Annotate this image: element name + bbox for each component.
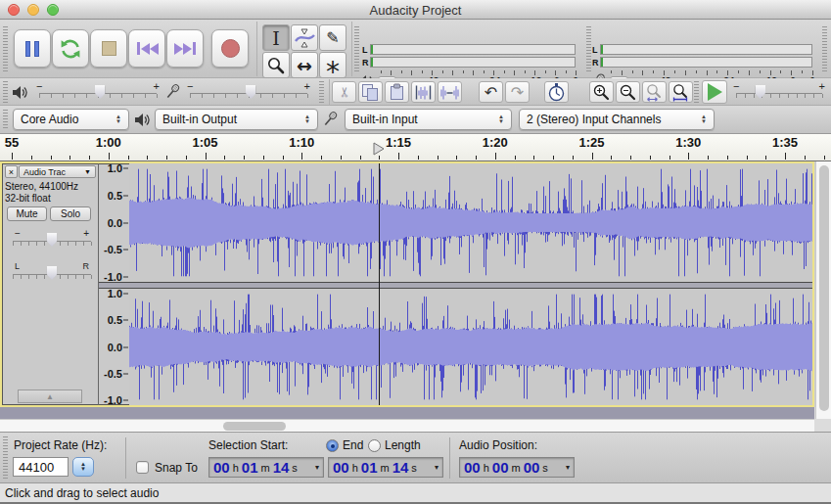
- length-radio-label[interactable]: Length: [385, 438, 421, 452]
- fit-selection-button[interactable]: [642, 81, 667, 103]
- slider-tick: [805, 94, 806, 98]
- horizontal-scrollbar-thumb[interactable]: [223, 422, 286, 431]
- zoom-in-button[interactable]: [589, 81, 614, 103]
- ruler-tick: [147, 156, 148, 160]
- silence-audio-button[interactable]: [438, 81, 462, 103]
- envelope-tool-button[interactable]: [291, 24, 318, 51]
- input-channels-select[interactable]: 2 (Stereo) Input Channels ▲▼: [519, 109, 715, 130]
- meter-tick: [674, 70, 675, 73]
- slider-tick: [91, 242, 92, 246]
- record-button[interactable]: [211, 29, 249, 68]
- device-toolbar-grip[interactable]: [3, 110, 8, 130]
- project-rate-stepper[interactable]: ▲ ▼: [72, 457, 94, 477]
- input-device-select[interactable]: Built-in Input ▲▼: [345, 109, 512, 130]
- zoom-out-button[interactable]: [616, 81, 640, 103]
- vertical-scrollbar-thumb[interactable]: [819, 165, 829, 411]
- slider-tick: [28, 275, 29, 279]
- plus-icon: +: [83, 228, 89, 239]
- amplitude-tick: [123, 373, 128, 374]
- silence-selection-icon: [439, 83, 460, 102]
- end-radio[interactable]: [326, 439, 339, 452]
- trim-audio-button[interactable]: [411, 81, 436, 103]
- window-title: Audacity Project: [0, 3, 831, 18]
- fit-project-button[interactable]: [669, 81, 693, 103]
- selection-start-field[interactable]: 00h 01m 14s ▾: [208, 457, 324, 478]
- pause-button[interactable]: [14, 29, 51, 68]
- slider-tick: [60, 275, 61, 279]
- toolbar-row-2: − + − + ✂: [0, 78, 831, 106]
- slider-tick: [74, 94, 75, 98]
- undo-button[interactable]: ↶: [479, 81, 503, 103]
- paste-button[interactable]: [385, 81, 409, 103]
- timeline-ruler[interactable]: 551:001:051:101:151:201:251:301:35: [0, 134, 831, 161]
- mixer-toolbar-grip[interactable]: [3, 81, 8, 103]
- ruler-tick: [611, 156, 612, 160]
- snap-to-label: Snap To: [155, 461, 198, 475]
- amplitude-ruler-right-channel[interactable]: 1.00.50.0-0.5-1.0: [99, 289, 129, 405]
- ruler-tick: [398, 153, 399, 160]
- ruler-tick: [456, 156, 457, 160]
- time-shift-tool-button[interactable]: ↔: [291, 52, 318, 78]
- play-at-speed-button[interactable]: [702, 80, 727, 104]
- slider-tick: [121, 94, 122, 98]
- vertical-scrollbar[interactable]: [815, 161, 831, 419]
- mute-button[interactable]: Mute: [7, 206, 47, 221]
- redo-button[interactable]: ↷: [505, 81, 530, 103]
- zoom-tool-button[interactable]: [262, 52, 290, 78]
- selection-end-field[interactable]: 00h 01m 14s ▾: [328, 457, 443, 478]
- field-dropdown-icon[interactable]: ▾: [566, 463, 570, 472]
- ruler-tick: [573, 156, 574, 160]
- collapse-track-button[interactable]: ▲: [18, 389, 82, 403]
- amplitude-tick: [123, 168, 128, 169]
- cut-button[interactable]: ✂: [332, 81, 356, 103]
- mixer-end-grip[interactable]: [319, 81, 324, 103]
- length-radio[interactable]: [368, 439, 381, 452]
- selection-toolbar-grip[interactable]: [3, 436, 8, 480]
- recording-meter-grip[interactable]: [586, 26, 591, 71]
- selection-tool-button[interactable]: I: [262, 24, 290, 51]
- solo-button[interactable]: Solo: [50, 206, 91, 221]
- playback-speed-slider[interactable]: − +: [736, 81, 822, 101]
- play-loop-button[interactable]: [52, 29, 89, 68]
- waveform-right-channel[interactable]: [129, 289, 812, 405]
- ruler-tick: [533, 156, 534, 160]
- transcription-toolbar-grip[interactable]: [694, 81, 699, 103]
- close-track-button[interactable]: ×: [5, 165, 18, 178]
- track-name: Audio Trac: [23, 167, 66, 177]
- title-bar: Audacity Project: [0, 0, 831, 20]
- row1-end-grip[interactable]: [822, 26, 827, 71]
- output-volume-slider[interactable]: − +: [39, 81, 157, 101]
- waveform-left-channel[interactable]: [129, 163, 812, 282]
- input-volume-slider[interactable]: − +: [190, 81, 307, 101]
- recording-meter-bar-right: [600, 57, 812, 68]
- skip-to-start-button[interactable]: [128, 29, 165, 68]
- slider-tick: [21, 275, 22, 279]
- audio-position-field[interactable]: 00h 00m 00s ▾: [459, 457, 575, 478]
- select-arrows-icon: ▲▼: [490, 115, 504, 124]
- audio-host-select[interactable]: Core Audio ▲▼: [13, 109, 129, 130]
- track-gain-slider[interactable]: − +: [13, 229, 91, 249]
- track-pan-slider[interactable]: L R: [13, 262, 91, 282]
- track-menu-button[interactable]: Audio Trac ▼: [19, 165, 96, 178]
- amplitude-tick: [123, 222, 128, 223]
- field-dropdown-icon[interactable]: ▾: [435, 463, 439, 472]
- stop-button[interactable]: [90, 29, 127, 68]
- copy-button[interactable]: [358, 81, 383, 103]
- amplitude-ruler-left-channel[interactable]: 1.00.50.0-0.5-1.0: [99, 163, 129, 282]
- snap-to-checkbox[interactable]: [136, 461, 149, 474]
- timer-record-button[interactable]: [544, 81, 569, 103]
- project-rate-input[interactable]: [13, 457, 69, 477]
- draw-tool-button[interactable]: ✎: [319, 24, 346, 51]
- end-radio-label[interactable]: End: [343, 438, 363, 452]
- transport-toolbar-grip[interactable]: [3, 26, 8, 71]
- minus-icon: −: [733, 80, 739, 92]
- amplitude-tick: [123, 320, 128, 321]
- field-dropdown-icon[interactable]: ▾: [315, 463, 319, 472]
- horizontal-scrollbar[interactable]: [0, 419, 814, 432]
- playback-meter-grip[interactable]: [354, 26, 359, 71]
- multi-tool-button[interactable]: *: [319, 52, 346, 78]
- output-device-select[interactable]: Built-in Output ▲▼: [155, 109, 318, 130]
- slider-tick: [13, 275, 14, 279]
- amplitude-tick: [123, 294, 128, 295]
- skip-to-end-button[interactable]: [166, 29, 204, 68]
